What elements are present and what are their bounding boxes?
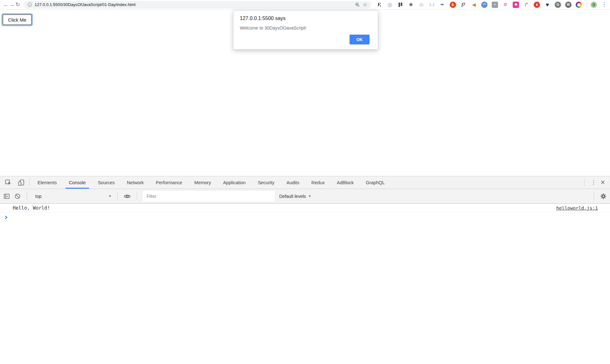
toolbar-separator-3 (137, 192, 137, 200)
tab-sources[interactable]: Sources (92, 176, 121, 189)
forward-icon[interactable]: → (9, 2, 15, 8)
log-levels-label: Default levels (279, 194, 306, 199)
tab-adblock[interactable]: AdBlock (331, 176, 360, 189)
json-viewer-extension-icon[interactable]: {} (591, 2, 597, 8)
rainbow-circle-extension-icon[interactable] (576, 2, 582, 8)
fonts-changer-extension-icon[interactable]: F, (376, 2, 383, 8)
tab-network[interactable]: Network (121, 176, 150, 189)
click-me-button[interactable]: Click Me (3, 14, 32, 25)
w-circle-extension-icon[interactable]: W (565, 2, 572, 8)
page-info-icon[interactable]: i (28, 3, 32, 7)
console-settings-gear-icon[interactable] (600, 193, 607, 200)
code-brackets-extension-icon[interactable]: (‥) (429, 2, 435, 8)
tab-security[interactable]: Security (252, 176, 280, 189)
camera-extension-icon[interactable]: ● (492, 2, 498, 8)
devtools-panel: ElementsConsoleSourcesNetworkPerformance… (0, 176, 610, 364)
console-filter-input[interactable] (143, 191, 275, 202)
bookmark-extension-icon[interactable]: ▮ (534, 2, 540, 8)
url-text[interactable]: 127.0.0.1:5500/30DaysOfJavaScript/01-Day… (35, 2, 135, 7)
browser-toolbar: ← → ↻ i 127.0.0.1:5500/30DaysOfJavaScrip… (0, 0, 610, 10)
eyedropper-extension-icon[interactable]: ✒ (439, 2, 446, 8)
alert-dialog: 127.0.0.1:5500 says Welcome to 30DaysOfJ… (233, 10, 378, 50)
console-output: Hello, World! helloworld.js:1 (0, 204, 610, 219)
context-dropdown-arrow-icon: ▼ (108, 194, 112, 198)
tab-elements[interactable]: Elements (31, 176, 63, 189)
clear-console-icon[interactable] (14, 193, 21, 200)
console-source-link[interactable]: helloworld.js:1 (556, 206, 598, 211)
log-levels-dropdown[interactable]: Default levels ▼ (279, 194, 311, 199)
console-prompt-chevron-icon (4, 215, 8, 219)
toolbar-separator-2 (117, 192, 118, 200)
pinned-divider (586, 2, 586, 8)
tab-graphql[interactable]: GraphQL (360, 176, 391, 189)
bookmark-star-icon[interactable]: ☆ (363, 2, 367, 7)
tabbar-right-separator (584, 179, 585, 186)
orbit-extension-icon[interactable]: ◎ (387, 2, 393, 8)
browser-menu-kebab-icon[interactable]: ⋮ (601, 1, 607, 8)
g-circle-extension-icon[interactable]: G (555, 2, 561, 8)
hexagram-extension-icon[interactable]: ✡ (502, 2, 509, 8)
toolbar-separator-1 (27, 192, 27, 200)
toolbar-separator-4 (594, 192, 594, 200)
bug-extension-icon[interactable]: ✱ (408, 2, 414, 8)
tab-audits[interactable]: Audits (281, 176, 305, 189)
fontface-ninja-extension-icon[interactable]: f? (460, 2, 467, 8)
console-sidebar-toggle-icon[interactable] (3, 193, 10, 200)
tab-application[interactable]: Application (217, 176, 252, 189)
console-log-row[interactable]: Hello, World! helloworld.js:1 (0, 204, 610, 212)
reload-icon[interactable]: ↻ (15, 1, 21, 8)
megaphone-extension-icon[interactable]: ◀ (471, 2, 477, 8)
alert-title: 127.0.0.1:5500 says (240, 16, 371, 21)
devtools-tabs: ElementsConsoleSourcesNetworkPerformance… (31, 176, 391, 189)
context-label: top (35, 194, 41, 199)
extensions-row: F,◎✱⊛(‥)✒✋f?◀◠●✡✱↱▮♥GW{} (376, 2, 597, 8)
zoom-indicator-icon[interactable] (355, 2, 360, 7)
tab-redux[interactable]: Redux (305, 176, 331, 189)
console-log-message: Hello, World! (13, 205, 50, 211)
alert-message: Welcome to 30DaysOfJavaScript! (240, 25, 371, 30)
back-icon[interactable]: ← (3, 2, 9, 8)
react-devtools-extension-icon[interactable]: ⊛ (418, 2, 425, 8)
console-prompt-row[interactable] (0, 212, 610, 219)
alert-ok-button[interactable]: OK (350, 35, 370, 44)
devtools-menu-kebab-icon[interactable]: ⋮ (591, 179, 596, 186)
live-expression-eye-icon[interactable] (123, 192, 131, 200)
device-toolbar-icon[interactable] (17, 179, 25, 186)
tabbar-separator (29, 179, 30, 186)
devtools-tabbar: ElementsConsoleSourcesNetworkPerformance… (0, 176, 610, 189)
inspect-element-icon[interactable] (4, 179, 12, 186)
gear-square-extension-icon[interactable]: ✱ (513, 2, 519, 8)
address-bar[interactable]: i 127.0.0.1:5500/30DaysOfJavaScript/01-D… (24, 1, 371, 9)
blue-swirl-extension-icon[interactable]: ◠ (481, 2, 488, 8)
console-toolbar: top ▼ Default levels ▼ (0, 189, 610, 204)
heart-search-extension-icon[interactable]: ♥ (544, 2, 551, 8)
pause-bars-extension-icon[interactable] (397, 2, 404, 8)
tab-console[interactable]: Console (63, 176, 92, 189)
devtools-close-icon[interactable]: × (601, 179, 605, 186)
levels-dropdown-arrow-icon: ▼ (308, 194, 311, 198)
corner-arrow-extension-icon[interactable]: ↱ (523, 2, 530, 8)
tab-memory[interactable]: Memory (188, 176, 217, 189)
tab-performance[interactable]: Performance (150, 176, 188, 189)
javascript-context-dropdown[interactable]: top ▼ (33, 194, 112, 199)
adblock-hand-extension-icon[interactable]: ✋ (450, 2, 456, 8)
